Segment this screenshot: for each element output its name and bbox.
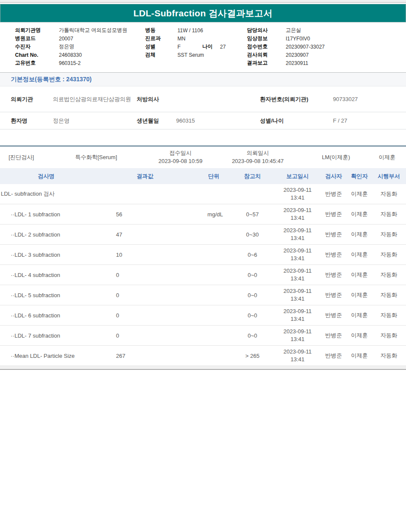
report-time: 13:41: [275, 335, 320, 343]
verifier-cell: 이제훈: [347, 352, 372, 360]
tester-cell: 반병준: [320, 352, 347, 360]
test-name-cell: ··LDL- 6 subfraction: [0, 312, 92, 319]
reference-cell: 0~0: [230, 312, 275, 319]
column-header-unit: 단위: [198, 172, 230, 180]
header-field: 병동11W / 1106: [145, 26, 226, 34]
receipt-datetime-block: 접수일시 2023-09-08 10:59: [137, 147, 223, 168]
window-top-strip: [0, 0, 406, 3]
header-field: 병원코드20007: [15, 34, 127, 43]
column-header-verifier: 확인자: [347, 172, 372, 180]
column-header-test-name: 검사명: [0, 172, 92, 180]
lab-section: LM(이제훈): [310, 147, 362, 168]
verifier-cell: 이제훈: [347, 332, 372, 339]
verifier-cell: 이제훈: [347, 231, 372, 238]
report-datetime-cell: 2023-09-1113:41: [275, 267, 320, 283]
result-row: ··LDL- 2 subfraction 47 0~30 2023-09-111…: [0, 224, 406, 245]
basic-info-banner: 기본정보(등록번호 : 2431370): [0, 72, 406, 86]
unit-cell: mg/dL: [198, 211, 230, 218]
tester-cell: 반병준: [320, 332, 347, 339]
test-name-cell: LDL- subfraction 검사: [0, 190, 92, 198]
performing-dept-cell: 자동화: [372, 352, 406, 360]
verifier-cell: 이제훈: [347, 190, 372, 198]
field-label: 수진자: [15, 43, 59, 50]
performing-dept-cell: 자동화: [372, 291, 406, 299]
patient-header-left-column: 의뢰기관명가톨릭대학교 여의도성모병원 병원코드20007 수진자정은영 Cha…: [15, 26, 127, 67]
patient-header: 의뢰기관명가톨릭대학교 여의도성모병원 병원코드20007 수진자정은영 Cha…: [0, 22, 406, 69]
report-datetime-cell: 2023-09-1113:41: [275, 328, 320, 343]
field-value: 90733027: [333, 96, 406, 102]
verifier-cell: 이제훈: [347, 251, 372, 258]
report-time: 13:41: [275, 356, 320, 363]
age-label: 나이: [202, 43, 220, 50]
field-value: 20230911: [286, 60, 308, 66]
header-field: 의뢰기관명가톨릭대학교 여의도성모병원: [15, 26, 127, 34]
field-value: MN: [177, 36, 186, 42]
report-date: 2023-09-11: [275, 206, 320, 214]
table-footer-bar: [0, 366, 406, 370]
report-datetime-cell: 2023-09-1113:41: [275, 227, 320, 242]
field-label: 검사의뢰: [247, 51, 286, 58]
result-row: ··LDL- 5 subfraction 0 0~0 2023-09-1113:…: [0, 285, 406, 305]
header-field: 접수번호20230907-33027: [247, 43, 325, 51]
tester-cell: 반병준: [320, 291, 347, 299]
header-field: 고유번호960315-2: [15, 59, 127, 67]
header-field: 수진자정은영: [15, 43, 127, 51]
header-field: 검체SST Serum: [145, 51, 226, 59]
reference-cell: 0~0: [230, 292, 275, 298]
report-datetime-cell: 2023-09-1113:41: [275, 348, 320, 363]
header-field: 진료과MN: [145, 34, 226, 43]
tester-cell: 반병준: [320, 210, 347, 218]
test-name-cell: ··LDL- 7 subfraction: [0, 332, 92, 339]
column-header-report-date: 보고일시: [275, 172, 320, 180]
order-test-group: 특수화학[Serum]: [75, 147, 117, 168]
field-label: 환자명: [11, 117, 53, 125]
field-value: 11W / 1106: [177, 28, 203, 34]
report-datetime-cell: 2023-09-1113:41: [275, 186, 320, 202]
field-value: 정은영: [53, 117, 137, 125]
field-label: 환자번호(의뢰기관): [260, 95, 333, 103]
test-name-cell: ··Mean LDL- Particle Size: [0, 353, 92, 359]
field-label: 고유번호: [15, 59, 59, 67]
request-label: 의뢰일시: [247, 149, 269, 157]
field-label: 의뢰기관명: [15, 27, 59, 34]
basic-info-row: 환자명 정은영 생년월일 960315 성별/나이 F / 27: [0, 112, 406, 129]
column-header-reference: 참고치: [230, 172, 275, 180]
basic-info-section: 기본정보(등록번호 : 2431370) 의뢰기관 의료법인삼광의료재단삼광의원…: [0, 72, 406, 129]
field-value: F / 27: [333, 117, 406, 124]
field-label: 담당의사: [247, 27, 286, 34]
test-name-cell: ··LDL- 2 subfraction: [0, 231, 92, 238]
field-label: 접수번호: [247, 43, 286, 50]
receipt-value: 2023-09-08 10:59: [159, 157, 203, 166]
performing-dept-cell: 자동화: [372, 251, 406, 258]
result-value-cell: 267: [92, 353, 198, 359]
reference-cell: 0~0: [230, 272, 275, 278]
report-date: 2023-09-11: [275, 328, 320, 335]
field-label: 병동: [145, 27, 177, 34]
result-row: ··LDL- 4 subfraction 0 0~0 2023-09-1113:…: [0, 265, 406, 285]
report-date: 2023-09-11: [275, 267, 320, 275]
basic-info-row: 의뢰기관 의료법인삼광의료재단삼광의원 처방의사 환자번호(의뢰기관) 9073…: [0, 86, 406, 112]
report-date: 2023-09-11: [275, 348, 320, 356]
result-value-cell: 47: [92, 231, 198, 238]
field-value: I17YF0IV0: [286, 36, 310, 42]
report-datetime-cell: 2023-09-1113:41: [275, 247, 320, 262]
field-label: 성별: [145, 43, 177, 50]
field-label: Chart No.: [15, 52, 59, 58]
field-value: 의료법인삼광의료재단삼광의원: [53, 95, 137, 103]
field-label: 병원코드: [15, 35, 59, 42]
tester-cell: 반병준: [320, 231, 347, 238]
performing-dept-cell: 자동화: [372, 311, 406, 319]
result-value-cell: 0: [92, 312, 198, 319]
result-row: ··Mean LDL- Particle Size 267 > 265 2023…: [0, 346, 406, 366]
report-time: 13:41: [275, 214, 320, 222]
reference-cell: 0~0: [230, 332, 275, 339]
patient-header-right-column: 담당의사고은실 임상정보I17YF0IV0 접수번호20230907-33027…: [247, 26, 325, 67]
report-datetime-cell: 2023-09-1113:41: [275, 287, 320, 303]
field-value: 24608330: [59, 52, 82, 58]
performing-dept-cell: 자동화: [372, 231, 406, 238]
test-name-cell: ··LDL- 5 subfraction: [0, 292, 92, 298]
column-header-result: 결과값: [92, 172, 198, 180]
report-date: 2023-09-11: [275, 247, 320, 255]
field-label: 진료과: [145, 35, 177, 42]
performing-dept-cell: 자동화: [372, 271, 406, 279]
